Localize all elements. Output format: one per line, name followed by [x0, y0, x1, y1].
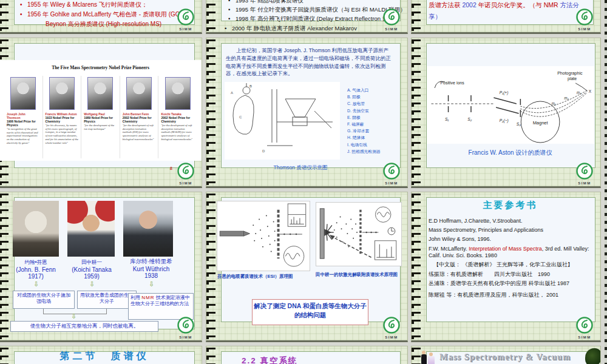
laureate-year: 1959): [63, 273, 121, 280]
slide-thumbnail-pioneers[interactable]: The Five Mass Spectrometry Nobel Prize P…: [0, 38, 202, 188]
bullet-icon: •: [228, 0, 236, 4]
esi-caption: 芬恩的电喷雾质谱技术（ESI）原理图: [217, 274, 313, 280]
slide-thumbnail-ms-vacuum[interactable]: Mass Spectrometry & Vacuum: [411, 346, 601, 364]
spiral-binding-icon: [206, 348, 215, 364]
fenn-method-box: 对成团的生物大分子施加强电场: [13, 291, 75, 309]
pioneer-quote: "for his discovery, by means of his mass…: [46, 124, 79, 144]
spiral-binding-icon: [412, 39, 421, 185]
bullet-icon: •: [20, 11, 27, 18]
reference-item: John Wiley & Sons, 1996.: [429, 236, 593, 243]
reference-item: 练振琼：有机质谱解析 四川大学出版社 1990: [429, 271, 593, 278]
slide-thumbnail-references[interactable]: 主要参考书 E.D Hoffmam, J.Charette, V.Strooba…: [411, 192, 601, 342]
spiral-binding-icon: [0, 0, 8, 31]
simm-logo-text: SIMM: [573, 335, 596, 339]
couple-clipart: [421, 350, 439, 364]
down-arrow-icon: ⇩: [149, 281, 154, 288]
simm-logo-text: SIMM: [573, 27, 596, 31]
diagram-label: Positive ions: [440, 80, 464, 86]
pioneer-name: Joseph John Thomson: [7, 112, 40, 120]
spiral-binding-icon: [206, 39, 215, 185]
laureate-year: 1938: [121, 272, 181, 279]
portrait-tanaka: [165, 77, 191, 110]
slide-thumbnail-timeline-1990s[interactable]: •1993 年 商品电喷雾质谱仪 •1995 年 付立叶变换离子回旋共振质谱仪（…: [206, 0, 408, 34]
pioneer-card: Joseph John Thomson 1906 Nobel Prize for…: [4, 76, 42, 158]
legend-item: J. 照相感光检测器: [347, 148, 399, 155]
slide-thumbnail-aston[interactable]: Positive ions S₁ S₂ S₃ P₁(+) P₂(−): [411, 38, 601, 188]
photo-fenn: [13, 201, 59, 257]
simm-logo-text: SIMM: [174, 335, 197, 339]
slide-thumbnail-laureates-2002[interactable]: 约翰•芬恩 (John. B. Fenn 1917) 田中耕一 (Koichi …: [0, 192, 202, 342]
nmr-keyword: NMR: [141, 295, 154, 300]
spiral-binding-icon: [412, 0, 421, 31]
note-text-blue: 2002: [462, 1, 478, 8]
simm-logo: SIMM: [380, 162, 403, 185]
diagram-label: m₃: [577, 90, 582, 95]
simm-logo: SIMM: [573, 162, 596, 185]
pioneers-title: The Five Mass Spectrometry Nobel Prize P…: [0, 65, 202, 70]
references-title: 主要参考书: [426, 200, 594, 211]
bride-figure: [428, 356, 435, 364]
simm-logo-icon: [177, 316, 195, 334]
connector-line: [106, 309, 107, 314]
laureate-year: 1917): [5, 273, 66, 280]
laureate-name-cn: 田中耕一: [63, 259, 121, 266]
diagram-label: S₃: [517, 122, 521, 126]
bullet-icon: •: [228, 6, 236, 13]
pioneer-quote: "for the development of soft desorption …: [161, 124, 194, 141]
reference-item: F.W. McLafferty. Interpretation of Mass …: [429, 246, 593, 260]
vacuum-heading: 2.2 真空系统: [242, 356, 298, 364]
ms-vacuum-title: Mass Spectrometry & Vacuum: [439, 352, 588, 362]
portrait-paul: [87, 77, 113, 110]
diagram-label: P₂(−): [500, 118, 509, 123]
spiral-binding-icon: [412, 348, 421, 364]
diagram-label: S₂: [467, 117, 472, 121]
pioneers-figure: The Five Mass Spectrometry Nobel Prize P…: [0, 60, 202, 161]
bullet-icon: •: [225, 25, 232, 32]
portrait-thomson: [10, 77, 36, 110]
legend-item: E. 阴极: [347, 114, 399, 121]
legend-item: H. 绝缘体: [347, 134, 399, 141]
simm-logo-icon: [382, 8, 401, 26]
laureate-name-en: (John. B. Fenn: [5, 266, 66, 273]
slide-thumbnail-section2[interactable]: 第二节 质谱仪: [0, 346, 202, 364]
slide-thumbnail-principles[interactable]: 芬恩的电喷雾质谱技术（ESI）原理图 田中耕一的软激光解吸附质谱技术原理图 解决…: [206, 192, 408, 342]
legend-item: C. 放电管: [347, 100, 399, 107]
slide-thumbnail-thomson[interactable]: 上世纪初，英国学者 Joseph. J. Thomson 利用低压放电离子源所产…: [206, 38, 408, 188]
note-text-red: 质谱方法获: [429, 1, 462, 8]
simm-logo: SIMM: [573, 8, 596, 31]
slide-sorter-grid: •1955 年 Wiley & Mclarens 飞行时间质谱仪； •1956 …: [0, 0, 607, 364]
instrument-clipart: [585, 348, 601, 364]
simm-logo-icon: [177, 8, 195, 26]
bullet-text: 1956 年 Gohlke and McLafferty 气相色谱 - 质谱联用…: [27, 11, 192, 18]
pioneer-prize: 1989 Nobel Prize for Physics: [84, 116, 117, 123]
slide-thumbnail-timeline-1950s[interactable]: •1955 年 Wiley & Mclarens 飞行时间质谱仪； •1956 …: [0, 0, 202, 34]
conclusion-box: 解决了测定 DNA 和蛋白质等生物大分子的结构问题: [252, 299, 368, 325]
thomson-apparatus-diagram: B A C D: [225, 82, 340, 160]
slide-page-number: 8: [170, 166, 172, 171]
pioneer-card: Wolfgang Paul 1989 Nobel Prize for Physi…: [81, 76, 120, 158]
groom-figure: [421, 354, 427, 364]
simm-logo: SIMM: [380, 8, 403, 31]
aston-caption: Francis W. Aston 设计的质谱仪: [426, 149, 594, 157]
laureate-name-en: Kurt Wüthrich: [121, 266, 181, 272]
slide-thumbnail-vacuum[interactable]: 2.2 真空系统: [206, 346, 408, 364]
pioneer-prize: 2002 Nobel Prize for Chemistry: [123, 116, 156, 123]
reference-item: 【中文版： 《质谱解析》 王光辉等译，化学工业出版社】: [429, 261, 593, 269]
simm-logo-text: SIMM: [174, 181, 197, 185]
bullet-icon: •: [228, 15, 236, 22]
portrait-aston: [49, 77, 75, 110]
diagram-label: Magnet: [533, 120, 549, 126]
pioneer-quote: "for the development of the ion trap tec…: [84, 124, 117, 130]
spiral-binding-icon: [0, 348, 8, 364]
bullet-icon: •: [20, 1, 27, 8]
pioneer-quote: "for the development of soft desorption …: [123, 124, 156, 141]
pioneer-prize: 1906 Nobel Prize for Physics: [7, 120, 40, 127]
note-text-nmr: NMR: [544, 1, 560, 8]
reference-item: Mass Spectrometry, Principles and Applic…: [429, 227, 593, 234]
simm-logo-icon: [575, 162, 594, 180]
simm-logo-text: SIMM: [380, 181, 403, 185]
spiral-binding-icon: [206, 0, 215, 31]
simm-logo: SIMM: [174, 8, 197, 31]
bullet-text: 2000 年 静电轨道离子阱质谱 Alexander Makarov: [232, 25, 357, 32]
slide-thumbnail-nobel-note[interactable]: 质谱方法获 2002 年诺贝尔化学奖。（与 NMR 方法分享） SIMM: [411, 0, 601, 34]
